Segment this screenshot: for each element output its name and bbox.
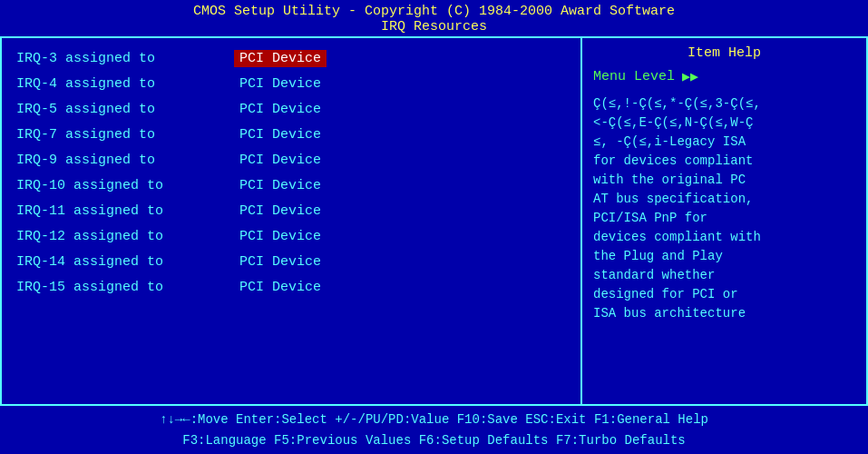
- footer: ↑↓→←:Move Enter:Select +/-/PU/PD:Value F…: [0, 404, 868, 454]
- irq-value[interactable]: PCI Device: [234, 228, 327, 245]
- irq-value[interactable]: PCI Device: [234, 101, 327, 118]
- irq-label: IRQ-11 assigned to: [16, 203, 234, 219]
- irq-value[interactable]: PCI Device: [234, 75, 327, 93]
- irq-label: IRQ-14 assigned to: [16, 254, 234, 270]
- help-text-line: ISA bus architecture: [593, 304, 855, 323]
- help-text-line: with the original PC: [593, 171, 855, 190]
- help-title: Item Help: [593, 45, 855, 61]
- irq-label: IRQ-12 assigned to: [16, 229, 234, 244]
- help-text-line: ≤, -Ç(≤,i-Legacy ISA: [593, 133, 855, 152]
- irq-label: IRQ-10 assigned to: [16, 178, 234, 193]
- irq-label: IRQ-9 assigned to: [16, 153, 234, 168]
- irq-row[interactable]: IRQ-3 assigned toPCI Device: [16, 45, 566, 71]
- irq-label: IRQ-4 assigned to: [16, 76, 234, 92]
- irq-row[interactable]: IRQ-9 assigned toPCI Device: [16, 147, 566, 173]
- footer-line2: F3:Language F5:Previous Values F6:Setup …: [0, 430, 868, 450]
- irq-row[interactable]: IRQ-15 assigned toPCI Device: [16, 274, 566, 300]
- irq-value[interactable]: PCI Device: [234, 126, 327, 143]
- irq-value[interactable]: PCI Device: [234, 202, 327, 220]
- menu-level-arrows: ▶▶: [682, 68, 698, 85]
- help-text-line: for devices compliant: [593, 152, 855, 171]
- help-panel: Item Help Menu Level ▶▶ Ç(≤,!-Ç(≤,*-Ç(≤,…: [582, 38, 866, 404]
- app: CMOS Setup Utility - Copyright (C) 1984-…: [0, 0, 868, 454]
- irq-row[interactable]: IRQ-5 assigned toPCI Device: [16, 96, 566, 122]
- help-text-line: designed for PCI or: [593, 285, 855, 304]
- irq-value[interactable]: PCI Device: [234, 152, 327, 169]
- irq-row[interactable]: IRQ-12 assigned toPCI Device: [16, 223, 566, 249]
- irq-value[interactable]: PCI Device: [234, 279, 327, 296]
- irq-panel: IRQ-3 assigned toPCI DeviceIRQ-4 assigne…: [2, 38, 582, 404]
- irq-label: IRQ-3 assigned to: [16, 51, 234, 66]
- irq-label: IRQ-5 assigned to: [16, 102, 234, 117]
- header: CMOS Setup Utility - Copyright (C) 1984-…: [0, 0, 868, 38]
- header-title-line2: IRQ Resources: [0, 19, 868, 35]
- irq-row[interactable]: IRQ-7 assigned toPCI Device: [16, 122, 566, 147]
- footer-line1: ↑↓→←:Move Enter:Select +/-/PU/PD:Value F…: [0, 410, 868, 429]
- irq-value[interactable]: PCI Device: [234, 50, 327, 67]
- help-text-line: standard whether: [593, 266, 855, 285]
- menu-level: Menu Level ▶▶: [593, 68, 855, 85]
- help-text-line: devices compliant with: [593, 228, 855, 247]
- irq-label: IRQ-7 assigned to: [16, 127, 234, 143]
- irq-value[interactable]: PCI Device: [234, 253, 327, 271]
- help-text-line: Ç(≤,!-Ç(≤,*-Ç(≤,3-Ç(≤,: [593, 94, 855, 114]
- help-text: Ç(≤,!-Ç(≤,*-Ç(≤,3-Ç(≤,<-Ç(≤,E-Ç(≤,N-Ç(≤,…: [593, 94, 855, 323]
- main-content: IRQ-3 assigned toPCI DeviceIRQ-4 assigne…: [0, 38, 868, 404]
- irq-label: IRQ-15 assigned to: [16, 280, 234, 295]
- help-text-line: <-Ç(≤,E-Ç(≤,N-Ç(≤,W-Ç: [593, 114, 855, 133]
- help-text-line: PCI/ISA PnP for: [593, 209, 855, 228]
- irq-row[interactable]: IRQ-10 assigned toPCI Device: [16, 173, 566, 198]
- menu-level-label: Menu Level: [593, 69, 675, 84]
- help-text-line: AT bus specification,: [593, 190, 855, 209]
- irq-row[interactable]: IRQ-4 assigned toPCI Device: [16, 71, 566, 96]
- irq-row[interactable]: IRQ-14 assigned toPCI Device: [16, 249, 566, 274]
- help-text-line: the Plug and Play: [593, 247, 855, 266]
- header-title-line1: CMOS Setup Utility - Copyright (C) 1984-…: [0, 4, 868, 19]
- irq-value[interactable]: PCI Device: [234, 177, 327, 194]
- irq-row[interactable]: IRQ-11 assigned toPCI Device: [16, 198, 566, 223]
